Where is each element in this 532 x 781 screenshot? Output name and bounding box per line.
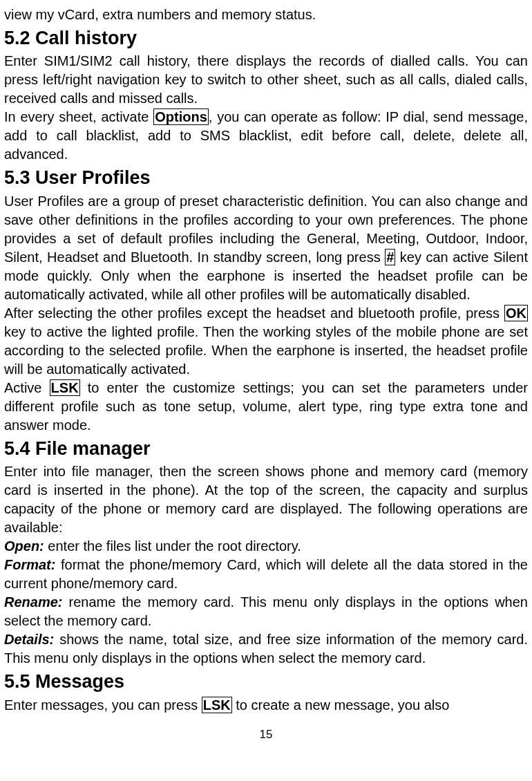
text-after-ok: key to active the lighted profile. Then …	[4, 324, 528, 377]
sec-5-5-para-1: Enter messages, you can press LSK to cre…	[4, 696, 528, 715]
heading-5-4: 5.4 File manager	[4, 436, 528, 461]
rename-label: Rename:	[4, 594, 62, 610]
open-text: enter the files list under the root dire…	[44, 538, 301, 554]
options-key: Options	[153, 109, 209, 125]
heading-5-3: 5.3 User Profiles	[4, 165, 528, 190]
page-number: 15	[4, 727, 528, 743]
details-text: shows the name, total size, and free siz…	[4, 632, 528, 666]
sec-5-4-para-1: Enter into file manager, then the screen…	[4, 462, 528, 537]
text-after-lsk-msg: to create a new message, you also	[232, 697, 450, 713]
document-page: view my vCard, extra numbers and memory …	[4, 6, 528, 743]
sec-5-3-para-1: User Profiles are a group of preset char…	[4, 192, 528, 304]
details-label: Details:	[4, 632, 54, 647]
lsk-key: LSK	[50, 379, 80, 396]
sec-5-4-format: Format: format the phone/memory Card, wh…	[4, 556, 528, 593]
open-label: Open:	[4, 538, 44, 554]
heading-5-2: 5.2 Call history	[4, 26, 528, 50]
sec-5-4-details: Details: shows the name, total size, and…	[4, 630, 528, 668]
text-before-ok: After selecting the other profiles excep…	[4, 305, 504, 321]
sec-5-2-para-2: In every sheet, activate Options, you ca…	[4, 108, 528, 164]
sec-5-4-rename: Rename: rename the memory card. This men…	[4, 593, 528, 630]
hash-key: #	[385, 249, 395, 265]
format-text: format the phone/memory Card, which will…	[4, 557, 528, 591]
intro-text: view my vCard, extra numbers and memory …	[4, 6, 528, 24]
sec-5-3-para-2: After selecting the other profiles excep…	[4, 304, 528, 379]
rename-text: rename the memory card. This menu only d…	[4, 594, 528, 628]
sec-5-3-para-3: Active LSK to enter the customize settin…	[4, 379, 528, 435]
heading-5-5: 5.5 Messages	[4, 669, 528, 694]
lsk-key-msg: LSK	[202, 697, 232, 713]
text-after-lsk: to enter the customize settings; you can…	[4, 380, 528, 433]
ok-key: OK	[504, 305, 528, 321]
sec-5-4-open: Open: enter the files list under the roo…	[4, 537, 528, 556]
text-before-lsk: Active	[4, 380, 50, 395]
format-label: Format:	[4, 557, 55, 572]
text-before-lsk-msg: Enter messages, you can press	[4, 697, 202, 713]
sec-5-2-para-1: Enter SIM1/SIM2 call history, there disp…	[4, 52, 528, 108]
text-before-options: In every sheet, activate	[4, 109, 153, 124]
